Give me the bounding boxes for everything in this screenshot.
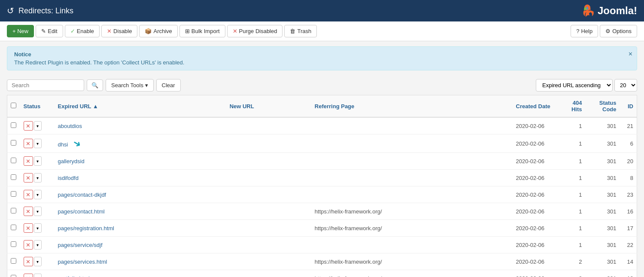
top-bar: ↺ Redirects: Links Joomla! bbox=[0, 0, 644, 21]
edit-button[interactable]: ✎ Edit bbox=[36, 25, 63, 37]
expired-url-link[interactable]: pages/services.html bbox=[58, 259, 107, 265]
row-status-cell: ✕ ▾ bbox=[20, 170, 55, 186]
status-dropdown-button[interactable]: ▾ bbox=[34, 190, 42, 199]
row-hits-cell: 1 bbox=[560, 220, 586, 237]
status-disable-button[interactable]: ✕ bbox=[24, 223, 33, 233]
row-status-code-cell: 301 bbox=[586, 170, 620, 186]
row-status-code-cell: 301 bbox=[586, 203, 620, 220]
status-disable-button[interactable]: ✕ bbox=[24, 139, 33, 148]
row-status-cell: ✕ ▾ bbox=[20, 220, 55, 237]
expired-url-link[interactable]: pages/contact-dkjdf bbox=[58, 192, 106, 198]
status-disable-button[interactable]: ✕ bbox=[24, 240, 33, 250]
th-created-date[interactable]: Created Date bbox=[513, 95, 560, 118]
archive-button[interactable]: 📦 Archive bbox=[139, 25, 177, 37]
status-dropdown-button[interactable]: ▾ bbox=[34, 173, 42, 183]
expired-url-link[interactable]: isdifodfd bbox=[58, 175, 79, 181]
new-button[interactable]: + New bbox=[7, 25, 34, 37]
row-checkbox[interactable] bbox=[11, 225, 16, 230]
row-referring-page-cell bbox=[311, 117, 513, 134]
row-referring-page-cell: https://helix-framework.org/ bbox=[311, 253, 513, 270]
row-checkbox[interactable] bbox=[11, 241, 16, 247]
row-hits-cell: 1 bbox=[560, 153, 586, 170]
status-disable-button[interactable]: ✕ bbox=[24, 274, 33, 277]
status-dropdown-button[interactable]: ▾ bbox=[34, 121, 42, 131]
status-disable-button[interactable]: ✕ bbox=[24, 156, 33, 166]
select-all-checkbox[interactable] bbox=[11, 103, 16, 108]
expired-url-link[interactable]: pages/registration.html bbox=[58, 225, 115, 231]
row-status-code-cell: 301 bbox=[586, 270, 620, 277]
expired-url-link[interactable]: pages/service/sdjf bbox=[58, 242, 103, 248]
th-id[interactable]: ID bbox=[620, 95, 637, 118]
expired-url-link[interactable]: portfolio.html bbox=[58, 275, 90, 277]
purge-disabled-button[interactable]: ✕ Purge Disabled bbox=[227, 25, 283, 37]
bulk-import-icon: ⊞ bbox=[185, 28, 190, 34]
th-expired-url[interactable]: Expired URL ▲ bbox=[55, 95, 226, 118]
status-disable-button[interactable]: ✕ bbox=[24, 190, 33, 199]
row-new-url-cell bbox=[226, 270, 311, 277]
table-container: Status Expired URL ▲ New URL Referring P… bbox=[0, 95, 644, 277]
disable-button[interactable]: ✕ Disable bbox=[101, 25, 137, 37]
trash-button[interactable]: 🗑 Trash bbox=[284, 25, 317, 37]
status-dropdown-button[interactable]: ▾ bbox=[34, 257, 42, 266]
status-btn-group: ✕ ▾ bbox=[24, 156, 42, 166]
row-checkbox-cell bbox=[7, 186, 20, 203]
filters-row: 🔍 Search Tools ▾ Clear Expired URL ascen… bbox=[0, 76, 644, 95]
row-checkbox[interactable] bbox=[11, 258, 16, 264]
status-dropdown-button[interactable]: ▾ bbox=[34, 139, 42, 148]
row-checkbox[interactable] bbox=[11, 275, 16, 277]
status-dropdown-button[interactable]: ▾ bbox=[34, 156, 42, 166]
bulk-import-button[interactable]: ⊞ Bulk Import bbox=[179, 25, 225, 37]
row-id-cell: 14 bbox=[620, 253, 637, 270]
clear-button[interactable]: Clear bbox=[156, 79, 181, 91]
status-dropdown-button[interactable]: ▾ bbox=[34, 240, 42, 250]
status-disable-button[interactable]: ✕ bbox=[24, 257, 33, 266]
row-new-url-cell bbox=[226, 220, 311, 237]
row-status-code-cell: 301 bbox=[586, 237, 620, 253]
row-id-cell: 16 bbox=[620, 203, 637, 220]
search-input[interactable] bbox=[7, 79, 84, 91]
th-status[interactable]: Status bbox=[20, 95, 55, 118]
status-disable-button[interactable]: ✕ bbox=[24, 173, 33, 183]
row-new-url-cell bbox=[226, 237, 311, 253]
expired-url-link[interactable]: gallerydsid bbox=[58, 158, 85, 164]
row-checkbox[interactable] bbox=[11, 122, 16, 128]
enable-button[interactable]: ✓ Enable bbox=[65, 25, 100, 37]
refresh-icon[interactable]: ↺ bbox=[7, 6, 14, 16]
table-body: ✕ ▾ aboutdios 2020-02-06 1 301 21 ✕ ▾ dh… bbox=[7, 117, 637, 277]
th-status-code[interactable]: Status Code bbox=[586, 95, 620, 118]
row-checkbox[interactable] bbox=[11, 158, 16, 163]
row-checkbox[interactable] bbox=[11, 208, 16, 213]
per-page-select[interactable]: 20 bbox=[614, 79, 637, 91]
search-tools-button[interactable]: Search Tools ▾ bbox=[106, 79, 154, 91]
status-disable-button[interactable]: ✕ bbox=[24, 121, 33, 131]
sort-select[interactable]: Expired URL ascending bbox=[536, 79, 613, 91]
row-hits-cell: 1 bbox=[560, 186, 586, 203]
row-created-date-cell: 2020-02-06 bbox=[513, 170, 560, 186]
expired-url-link[interactable]: pages/contact.html bbox=[58, 208, 105, 215]
expired-url-link[interactable]: dhsi bbox=[58, 141, 68, 148]
row-checkbox[interactable] bbox=[11, 174, 16, 180]
notice-close-button[interactable]: × bbox=[629, 50, 632, 58]
joomla-logo: Joomla! bbox=[580, 3, 637, 18]
row-checkbox[interactable] bbox=[11, 191, 16, 197]
status-dropdown-button[interactable]: ▾ bbox=[34, 207, 42, 216]
row-checkbox[interactable] bbox=[11, 140, 16, 146]
th-referring-page[interactable]: Referring Page bbox=[311, 95, 513, 118]
redirects-table: Status Expired URL ▲ New URL Referring P… bbox=[7, 95, 637, 277]
help-icon: ? bbox=[576, 28, 579, 34]
th-404-hits[interactable]: 404 Hits bbox=[560, 95, 586, 118]
status-dropdown-button[interactable]: ▾ bbox=[34, 223, 42, 233]
row-status-cell: ✕ ▾ bbox=[20, 117, 55, 134]
th-new-url[interactable]: New URL bbox=[226, 95, 311, 118]
gear-icon: ⚙ bbox=[605, 28, 611, 34]
circle-x-icon: ✕ bbox=[107, 28, 112, 34]
help-button[interactable]: ? Help bbox=[571, 25, 598, 37]
row-checkbox-cell bbox=[7, 237, 20, 253]
status-dropdown-button[interactable]: ▾ bbox=[34, 274, 42, 277]
search-icon-button[interactable]: 🔍 bbox=[87, 79, 103, 91]
status-disable-button[interactable]: ✕ bbox=[24, 207, 33, 216]
status-btn-group: ✕ ▾ bbox=[24, 139, 42, 148]
expired-url-link[interactable]: aboutdios bbox=[58, 123, 82, 129]
options-button[interactable]: ⚙ Options bbox=[600, 25, 637, 37]
row-hits-cell: 2 bbox=[560, 253, 586, 270]
